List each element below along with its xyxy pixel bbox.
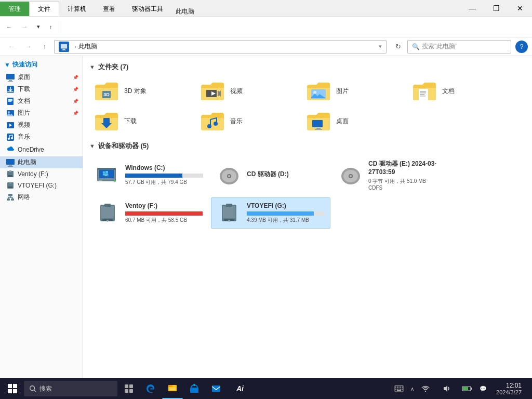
drive-item-e[interactable]: CD 驱动器 (E:) 2024-03-27T03:59 0 字节 可用，共 5… [332,155,452,195]
svg-rect-47 [420,96,425,97]
drive-stats-e: 0 字节 可用，共 51.0 MB [368,178,446,185]
clock-area[interactable]: 12:01 2024/3/27 [492,382,526,395]
folder-item-image[interactable]: 图片 [301,77,405,105]
nav-recent-button[interactable]: ▾ [33,21,44,32]
svg-rect-44 [420,91,426,92]
sidebar-item-onedrive[interactable]: OneDrive [0,144,83,155]
drive-item-f[interactable]: Ventoy (F:) 60.7 MB 可用，共 58.5 GB [89,197,209,229]
drive-item-c[interactable]: C: Windows (C:) [89,155,209,195]
sidebar-item-video[interactable]: 视频 [0,119,83,131]
tab-drive-tools[interactable]: 驱动器工具 [124,2,171,16]
tray-messages[interactable]: 💬 [477,385,489,392]
svg-rect-107 [397,387,398,388]
close-button[interactable]: ✕ [508,0,532,16]
taskbar-search[interactable]: 搜索 [24,381,117,396]
volume-tray-icon[interactable] [436,378,457,399]
dropdown-arrow[interactable]: ▾ [379,43,382,50]
usb-vtoyefi-icon [6,181,15,190]
tab-file[interactable]: 文件 [29,2,59,16]
content-area: ▼ 文件夹 (7) 3D 3D 对象 [83,56,532,383]
battery-tray-svg [462,385,472,392]
sidebar-item-image[interactable]: 图片 📌 [0,107,83,119]
edge-icon [145,383,156,394]
folder-item-3d[interactable]: 3D 3D 对象 [89,77,193,105]
folder-item-document[interactable]: 文档 [407,77,511,105]
refresh-button[interactable]: ↻ [391,39,405,54]
devices-section-header[interactable]: ▼ 设备和驱动器 (5) [89,141,526,151]
address-input[interactable]: › 此电脑 ▾ [54,40,387,54]
drive-stats-g: 4.39 MB 可用，共 31.7 MB [247,217,325,224]
sidebar-item-thispc[interactable]: 此电脑 [0,156,83,168]
svg-rect-1 [62,49,65,50]
sidebar-item-ventoy[interactable]: Ventoy (F:) [0,168,83,180]
svg-rect-54 [315,129,322,130]
title-bar: 管理 文件 计算机 查看 驱动器工具 此电脑 — ❐ ✕ [0,0,532,17]
svg-point-103 [193,384,195,386]
sidebar-label-music: 音乐 [18,132,30,141]
svg-rect-115 [402,389,403,390]
search-box[interactable]: 🔍 搜索"此电脑" [407,40,511,54]
taskview-button[interactable] [118,378,139,399]
tray-expand-button[interactable]: ∧ [409,386,415,392]
tab-view[interactable]: 查看 [95,2,124,16]
sidebar-item-download[interactable]: 下载 📌 [0,83,83,95]
sidebar-item-document[interactable]: 文档 📌 [0,95,83,107]
svg-marker-117 [444,385,447,392]
folder-item-video[interactable]: 视频 [195,77,299,105]
mail-button[interactable] [206,378,227,399]
svg-rect-111 [395,389,396,390]
download-icon [6,85,15,94]
nav-up-button[interactable]: ↑ [45,22,57,32]
window-title: 此电脑 [171,7,460,16]
explorer-button[interactable] [162,378,183,399]
maximize-button[interactable]: ❐ [484,0,508,16]
svg-rect-23 [8,175,12,177]
drive-sub-e: CDFS [368,185,446,191]
sidebar-item-network[interactable]: 网络 [0,191,83,203]
nav-forward-button[interactable]: → [17,20,32,34]
tab-computer[interactable]: 计算机 [59,2,95,16]
folder-item-desktop[interactable]: 桌面 [301,107,405,135]
minimize-button[interactable]: — [460,0,484,16]
folders-section-header[interactable]: ▼ 文件夹 (7) [89,62,526,72]
start-button[interactable] [2,378,23,399]
tab-manage[interactable]: 管理 [0,2,29,16]
addr-back-button[interactable]: ← [4,39,19,54]
nav-back-button[interactable]: ← [2,22,16,32]
pc-icon [6,158,15,167]
help-button[interactable]: ? [515,41,528,53]
svg-rect-116 [397,390,401,391]
svg-rect-61 [97,168,116,170]
svg-rect-113 [398,389,400,390]
keyboard-icon[interactable] [389,378,409,399]
store-button[interactable] [184,378,205,399]
battery-tray-icon[interactable] [457,378,477,399]
search-placeholder: 搜索"此电脑" [422,42,458,51]
edge-button[interactable] [140,378,161,399]
addr-up-button[interactable]: ↑ [37,39,52,54]
svg-rect-2 [62,50,66,50]
image-icon [6,109,15,117]
drive-item-d[interactable]: CD 驱动器 (D:) [211,155,330,195]
show-desktop-button[interactable] [527,378,530,399]
sidebar-label-network: 网络 [18,193,30,202]
svg-rect-99 [168,385,172,387]
svg-rect-28 [8,194,12,196]
quick-access-header[interactable]: ▼ 快速访问 [0,58,83,71]
drive-name-d: CD 驱动器 (D:) [247,170,325,179]
folder-item-music[interactable]: 音乐 [195,107,299,135]
taskbar-ai-button[interactable]: Ai [228,378,252,399]
network-tray-icon[interactable] [415,378,436,399]
sidebar-item-vtoyefi[interactable]: VTOYEFI (G:) [0,180,83,191]
svg-point-51 [214,122,218,126]
folder-item-download[interactable]: 下载 [89,107,193,135]
sidebar-item-music[interactable]: 音乐 [0,131,83,143]
drive-item-g[interactable]: VTOYEFI (G:) 4.39 MB 可用，共 31.7 MB [211,197,330,229]
folder-label-download: 下载 [124,117,137,126]
sidebar-item-desktop[interactable]: 桌面 📌 [0,71,83,83]
drive-bar-bg-g [247,211,325,216]
addr-forward-button[interactable]: → [21,39,35,54]
taskbar: 搜索 Ai ∧ 💬 12:01 [0,378,532,399]
svg-rect-4 [9,80,12,81]
svg-text:3D: 3D [103,92,110,97]
